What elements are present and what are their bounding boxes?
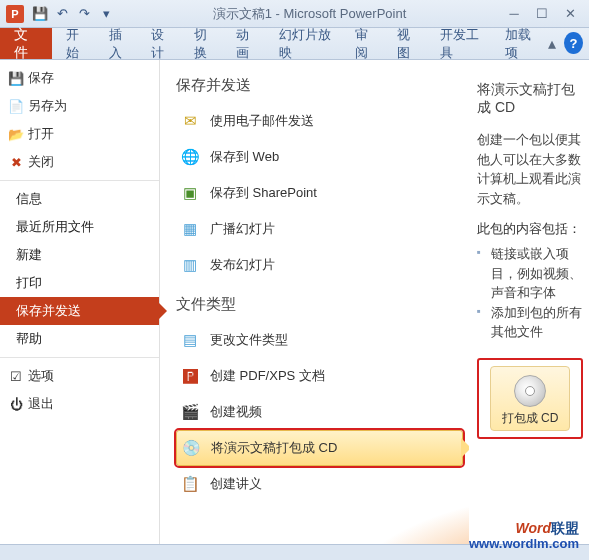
nav-exit[interactable]: ⏻退出 bbox=[0, 390, 159, 418]
tab-slideshow[interactable]: 幻灯片放映 bbox=[269, 28, 345, 59]
nav-recent[interactable]: 最近所用文件 bbox=[0, 213, 159, 241]
save-send-panel: 保存并发送 ✉使用电子邮件发送 🌐保存到 Web ▣保存到 SharePoint… bbox=[160, 60, 469, 544]
tab-view[interactable]: 视图 bbox=[387, 28, 429, 59]
detail-panel: 将演示文稿打包成 CD 创建一个包以便其他人可以在大多数计算机上观看此演示文稿。… bbox=[469, 60, 589, 544]
window-title: 演示文稿1 - Microsoft PowerPoint bbox=[116, 5, 503, 23]
tab-design[interactable]: 设计 bbox=[141, 28, 183, 59]
cd-icon: 💿 bbox=[181, 438, 201, 458]
close-icon: ✖ bbox=[8, 154, 24, 170]
exit-icon: ⏻ bbox=[8, 396, 24, 412]
bullet-item: 添加到包的所有其他文件 bbox=[477, 303, 583, 342]
opt-broadcast-label: 广播幻灯片 bbox=[210, 220, 275, 238]
nav-save[interactable]: 💾保存 bbox=[0, 64, 159, 92]
nav-new[interactable]: 新建 bbox=[0, 241, 159, 269]
maximize-button[interactable]: ☐ bbox=[531, 5, 553, 23]
tab-insert[interactable]: 插入 bbox=[99, 28, 141, 59]
nav-exit-label: 退出 bbox=[28, 395, 54, 413]
publish-icon: ▥ bbox=[180, 255, 200, 275]
qat-undo[interactable]: ↶ bbox=[52, 4, 72, 24]
tab-transitions[interactable]: 切换 bbox=[184, 28, 226, 59]
ribbon-tabs: 文件 开始 插入 设计 切换 动画 幻灯片放映 审阅 视图 开发工具 加载项 ▴… bbox=[0, 28, 589, 60]
opt-changetype-label: 更改文件类型 bbox=[210, 331, 288, 349]
sharepoint-icon: ▣ bbox=[180, 183, 200, 203]
title-bar: P 💾 ↶ ↷ ▾ 演示文稿1 - Microsoft PowerPoint ─… bbox=[0, 0, 589, 28]
detail-description: 创建一个包以便其他人可以在大多数计算机上观看此演示文稿。 bbox=[477, 130, 583, 208]
nav-separator bbox=[0, 180, 159, 181]
nav-options[interactable]: ☑选项 bbox=[0, 362, 159, 390]
nav-help[interactable]: 帮助 bbox=[0, 325, 159, 353]
nav-open[interactable]: 📂打开 bbox=[0, 120, 159, 148]
options-icon: ☑ bbox=[8, 368, 24, 384]
opt-pdf[interactable]: 🅿创建 PDF/XPS 文档 bbox=[176, 358, 463, 394]
detail-list-label: 此包的内容包括： bbox=[477, 220, 583, 238]
window-buttons: ─ ☐ ✕ bbox=[503, 5, 581, 23]
tab-addins[interactable]: 加载项 bbox=[495, 28, 549, 59]
nav-options-label: 选项 bbox=[28, 367, 54, 385]
nav-save-and-send[interactable]: 保存并发送 bbox=[0, 297, 159, 325]
help-icon[interactable]: ? bbox=[564, 32, 583, 54]
saveas-icon: 📄 bbox=[8, 98, 24, 114]
tab-file[interactable]: 文件 bbox=[0, 28, 52, 59]
ribbon-collapse-icon[interactable]: ▴ bbox=[548, 28, 564, 59]
email-icon: ✉ bbox=[180, 111, 200, 131]
broadcast-icon: ▦ bbox=[180, 219, 200, 239]
tab-developer[interactable]: 开发工具 bbox=[430, 28, 495, 59]
section-file-types: 文件类型 bbox=[176, 295, 463, 314]
filetype-icon: ▤ bbox=[180, 330, 200, 350]
backstage-view: 💾保存 📄另存为 📂打开 ✖关闭 信息 最近所用文件 新建 打印 保存并发送 帮… bbox=[0, 60, 589, 544]
opt-change-filetype[interactable]: ▤更改文件类型 bbox=[176, 322, 463, 358]
cd-large-icon bbox=[514, 375, 546, 407]
opt-email-label: 使用电子邮件发送 bbox=[210, 112, 314, 130]
minimize-button[interactable]: ─ bbox=[503, 5, 525, 23]
web-icon: 🌐 bbox=[180, 147, 200, 167]
action-highlight-box: 打包成 CD bbox=[477, 358, 583, 440]
qat-more[interactable]: ▾ bbox=[96, 4, 116, 24]
handouts-icon: 📋 bbox=[180, 474, 200, 494]
opt-publish[interactable]: ▥发布幻灯片 bbox=[176, 247, 463, 283]
bullet-item: 链接或嵌入项目，例如视频、声音和字体 bbox=[477, 244, 583, 303]
section-save-send: 保存并发送 bbox=[176, 76, 463, 95]
nav-info[interactable]: 信息 bbox=[0, 185, 159, 213]
nav-save-label: 保存 bbox=[28, 69, 54, 87]
opt-sharepoint-label: 保存到 SharePoint bbox=[210, 184, 317, 202]
nav-close[interactable]: ✖关闭 bbox=[0, 148, 159, 176]
nav-open-label: 打开 bbox=[28, 125, 54, 143]
tab-home[interactable]: 开始 bbox=[56, 28, 98, 59]
pdf-icon: 🅿 bbox=[180, 366, 200, 386]
qat-save[interactable]: 💾 bbox=[30, 4, 50, 24]
qat-redo[interactable]: ↷ bbox=[74, 4, 94, 24]
nav-saveas-label: 另存为 bbox=[28, 97, 67, 115]
opt-web[interactable]: 🌐保存到 Web bbox=[176, 139, 463, 175]
save-icon: 💾 bbox=[8, 70, 24, 86]
app-icon: P bbox=[6, 5, 24, 23]
detail-bullets: 链接或嵌入项目，例如视频、声音和字体 添加到包的所有其他文件 bbox=[477, 244, 583, 342]
video-icon: 🎬 bbox=[180, 402, 200, 422]
tab-animations[interactable]: 动画 bbox=[226, 28, 268, 59]
nav-saveas[interactable]: 📄另存为 bbox=[0, 92, 159, 120]
opt-video-label: 创建视频 bbox=[210, 403, 262, 421]
nav-close-label: 关闭 bbox=[28, 153, 54, 171]
quick-access-toolbar: 💾 ↶ ↷ ▾ bbox=[30, 4, 116, 24]
opt-handouts[interactable]: 📋创建讲义 bbox=[176, 466, 463, 502]
opt-cd-label: 将演示文稿打包成 CD bbox=[211, 439, 337, 457]
status-bar bbox=[0, 544, 589, 560]
open-icon: 📂 bbox=[8, 126, 24, 142]
opt-package-cd[interactable]: 💿将演示文稿打包成 CD bbox=[176, 430, 463, 466]
package-cd-button[interactable]: 打包成 CD bbox=[490, 366, 570, 432]
backstage-nav: 💾保存 📄另存为 📂打开 ✖关闭 信息 最近所用文件 新建 打印 保存并发送 帮… bbox=[0, 60, 160, 544]
opt-pdf-label: 创建 PDF/XPS 文档 bbox=[210, 367, 325, 385]
nav-separator bbox=[0, 357, 159, 358]
opt-sharepoint[interactable]: ▣保存到 SharePoint bbox=[176, 175, 463, 211]
opt-video[interactable]: 🎬创建视频 bbox=[176, 394, 463, 430]
package-cd-button-label: 打包成 CD bbox=[491, 411, 569, 427]
opt-web-label: 保存到 Web bbox=[210, 148, 279, 166]
tab-review[interactable]: 审阅 bbox=[345, 28, 387, 59]
detail-title: 将演示文稿打包成 CD bbox=[477, 80, 583, 116]
opt-publish-label: 发布幻灯片 bbox=[210, 256, 275, 274]
opt-broadcast[interactable]: ▦广播幻灯片 bbox=[176, 211, 463, 247]
nav-print[interactable]: 打印 bbox=[0, 269, 159, 297]
close-button[interactable]: ✕ bbox=[559, 5, 581, 23]
opt-handouts-label: 创建讲义 bbox=[210, 475, 262, 493]
opt-email[interactable]: ✉使用电子邮件发送 bbox=[176, 103, 463, 139]
